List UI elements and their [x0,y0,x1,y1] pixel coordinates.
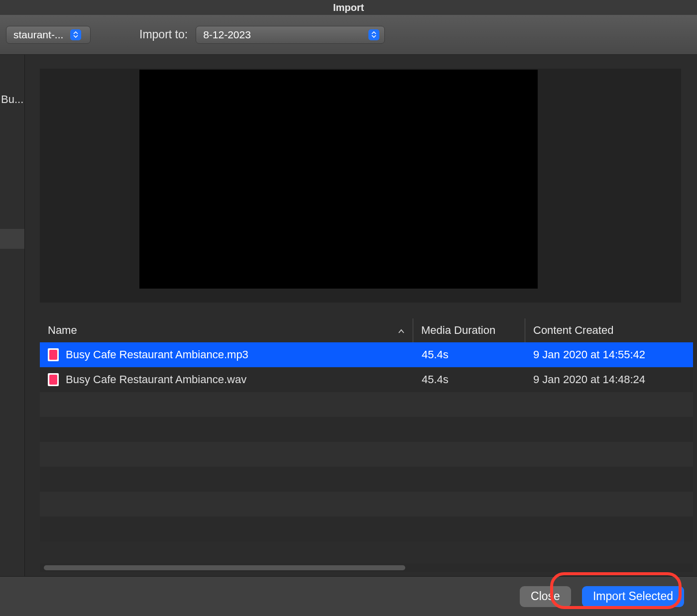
audio-file-icon [48,348,59,361]
column-header-name[interactable]: Name [40,318,413,342]
table-row[interactable] [40,467,693,492]
sidebar-folder[interactable]: Bu... [0,90,24,109]
preview-video[interactable] [139,70,538,289]
file-created: 9 Jan 2020 at 14:48:24 [525,373,693,386]
column-header-duration[interactable]: Media Duration [413,318,525,342]
sort-ascending-icon [398,324,405,337]
file-name: Busy Cafe Restaurant Ambiance.mp3 [66,348,248,361]
updown-icon [70,29,81,40]
footer: Close Import Selected [0,576,697,616]
table-row[interactable] [40,492,693,516]
location-popup-value: staurant-... [13,29,63,41]
file-table: Name Media Duration Content Created Busy… [40,318,693,572]
import-to-value: 8-12-2023 [203,29,251,41]
horizontal-scrollbar[interactable] [40,563,693,572]
toolbar: staurant-... Import to: 8-12-2023 [0,15,697,55]
scrollbar-thumb[interactable] [44,565,405,570]
column-header-created[interactable]: Content Created [525,318,693,342]
window-title: Import [0,0,697,15]
file-duration: 45.4s [413,348,525,361]
table-row[interactable] [40,417,693,442]
file-created: 9 Jan 2020 at 14:55:42 [525,348,693,361]
table-row[interactable]: Busy Cafe Restaurant Ambiance.mp345.4s9 … [40,342,693,367]
table-row[interactable] [40,516,693,541]
close-button[interactable]: Close [520,586,571,607]
import-to-popup[interactable]: 8-12-2023 [196,26,385,44]
updown-icon [368,29,379,40]
sidebar: Bu... [0,55,25,576]
table-row[interactable] [40,392,693,417]
import-selected-button[interactable]: Import Selected [582,586,684,607]
table-row[interactable]: Busy Cafe Restaurant Ambiance.wav45.4s9 … [40,367,693,392]
location-popup[interactable]: staurant-... [6,26,91,44]
file-name: Busy Cafe Restaurant Ambiance.wav [66,373,246,386]
preview-area [40,69,681,303]
audio-file-icon [48,373,59,386]
import-to-label: Import to: [139,28,188,41]
table-row[interactable] [40,442,693,467]
file-duration: 45.4s [413,373,525,386]
sidebar-selection[interactable] [0,229,24,249]
